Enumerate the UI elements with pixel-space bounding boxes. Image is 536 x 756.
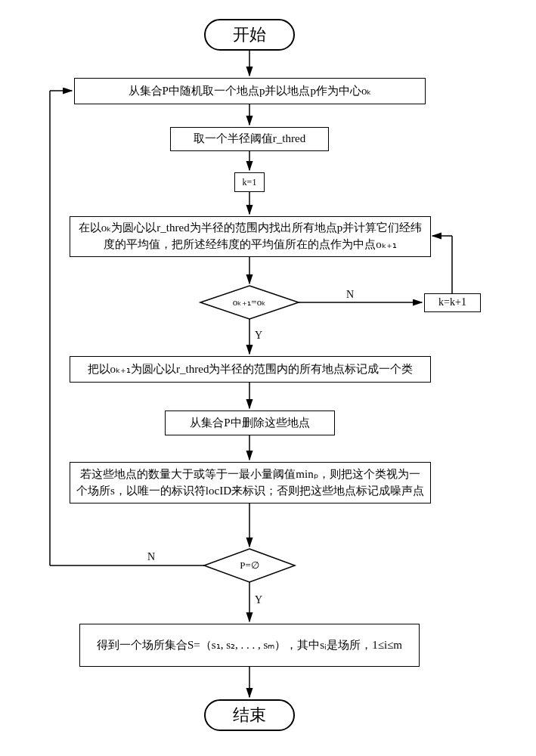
- step-check-min-threshold: 若这些地点的数量大于或等于一最小量阈值minₚ，则把这个类视为一个场所s，以唯一…: [70, 462, 431, 503]
- label-d1-no: N: [346, 289, 354, 301]
- step-remove-from-p: 从集合P中删除这些地点: [165, 411, 335, 435]
- decision-ok-plus-1-equals-ok: oₖ₊₁=oₖ: [219, 296, 280, 308]
- step-find-points-compute-mean: 在以oₖ为圆心以r_thred为半径的范围内找出所有地点p并计算它们经纬度的平均…: [70, 216, 431, 257]
- step-k-equals-1: k=1: [234, 172, 265, 192]
- label-d2-yes: Y: [255, 594, 262, 606]
- label-d1-yes: Y: [255, 330, 262, 342]
- label-d2-no: N: [147, 551, 155, 563]
- terminal-end: 结束: [204, 699, 295, 731]
- step-mark-points-as-class: 把以oₖ₊₁为圆心以r_thred为半径的范围内的所有地点标记成一个类: [70, 356, 431, 383]
- decision-p-empty: P=∅: [229, 559, 270, 572]
- step-pick-random-point: 从集合P中随机取一个地点p并以地点p作为中心oₖ: [74, 78, 426, 104]
- step-result-set-s: 得到一个场所集合S=（s₁, s₂, . . . , sₘ），其中sᵢ是场所，1…: [79, 624, 420, 667]
- terminal-start: 开始: [204, 19, 295, 51]
- step-radius-threshold: 取一个半径阈值r_thred: [170, 127, 329, 151]
- step-k-increment: k=k+1: [424, 293, 481, 312]
